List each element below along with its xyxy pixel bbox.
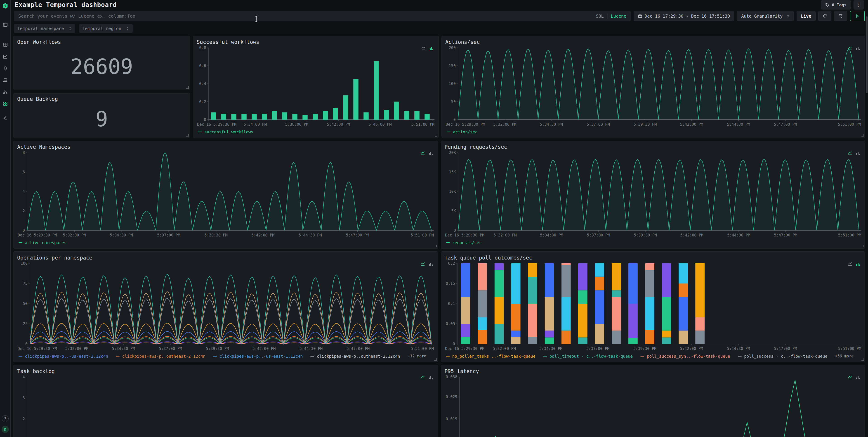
search-input[interactable] [14, 11, 591, 21]
svg-text:5:51:00 PM: 5:51:00 PM [838, 233, 861, 238]
panel-task-backlog: Task backlog 432 [13, 365, 438, 437]
svg-text:5:32:00 PM: 5:32:00 PM [493, 233, 517, 238]
time-range-button[interactable]: Dec 16 17:29:30 - Dec 16 17:51:30 [633, 11, 735, 21]
legend-item[interactable]: clickpipes-aws-p..-us-east-1.12c4n [213, 354, 303, 358]
topology-icon[interactable] [2, 89, 8, 94]
svg-text:0.2: 0.2 [448, 261, 455, 266]
more-menu-button[interactable]: ⋮ [854, 0, 864, 9]
svg-text:5:42:00 PM: 5:42:00 PM [327, 122, 350, 127]
legend-more-link[interactable]: +12 more [408, 354, 426, 358]
legend-item[interactable]: clickpipes-aws-p..outheast-2.12c4n [116, 354, 205, 358]
chart-legend: no_poller_tasks ..-flow-task-queuepoll_t… [445, 352, 862, 360]
legend-item[interactable]: poll_success_syn..-flow-task-queue [640, 354, 730, 358]
legend-item[interactable]: active namespaces [19, 240, 66, 245]
chart-p95-latency[interactable]: 0.0380.0290.019 [445, 375, 862, 437]
svg-text:5:37:00 PM: 5:37:00 PM [586, 346, 609, 351]
line-mode-icon[interactable] [848, 375, 853, 380]
legend-label: poll_timeout · c..-flow-task-queue [550, 354, 633, 358]
svg-text:5:47:00 PM: 5:47:00 PM [346, 233, 369, 238]
svg-text:Dec 16 5:29:30 PM: Dec 16 5:29:30 PM [445, 346, 485, 351]
line-mode-icon[interactable] [848, 262, 853, 266]
legend-item[interactable]: clickpipes-aws-p..outheast-2.12c4n [310, 354, 400, 358]
svg-text:0: 0 [454, 228, 456, 232]
filter-chip-namespace[interactable]: Temporal namespace [14, 24, 75, 33]
filter-button[interactable] [834, 11, 847, 21]
svg-text:5:44:30 PM: 5:44:30 PM [299, 233, 322, 238]
bar-mode-icon[interactable] [429, 46, 434, 51]
line-mode-icon[interactable] [421, 375, 426, 380]
chart-task-queue-polls[interactable]: 0.20.150.10.050Dec 16 5:29:30 PM5:32:00 … [445, 261, 862, 352]
line-mode-icon[interactable] [848, 151, 853, 156]
bar-mode-icon[interactable] [856, 262, 861, 266]
chart-legend: requests/sec [445, 239, 862, 247]
chart-pending-requests[interactable]: 20K15K10K5K0Dec 16 5:29:30 PM5:32:00 PM5… [445, 150, 862, 239]
collapse-panel-icon[interactable] [2, 22, 8, 28]
dashboard-grid: Open Workflows 26609 Queue Backlog 9 Suc… [11, 33, 868, 437]
line-mode-icon[interactable] [421, 46, 427, 51]
legend-item[interactable]: clickpipes-aws-p..-us-east-2.12c4n [19, 354, 108, 358]
chart-successful-workflows[interactable]: 0.80.60.40.20Dec 16 5:29:30 PM5:34:00 PM… [197, 45, 435, 128]
lucene-mode-label[interactable]: Lucene [611, 13, 626, 19]
metrics-icon[interactable] [2, 54, 8, 59]
legend-more-link[interactable]: +56 more [835, 354, 854, 358]
play-icon [855, 13, 860, 19]
svg-text:5:39:30 PM: 5:39:30 PM [206, 346, 229, 351]
svg-text:Dec 16 5:29:30 PM: Dec 16 5:29:30 PM [445, 233, 485, 238]
line-mode-icon[interactable] [848, 46, 853, 51]
panel-title: P95 latency [445, 368, 862, 374]
legend-dash-icon [738, 356, 742, 356]
tags-button[interactable]: 0 Tags [821, 0, 851, 9]
scrollbar[interactable] [866, 16, 868, 93]
bar-mode-icon[interactable] [429, 375, 433, 380]
svg-text:Dec 16 5:29:30 PM: Dec 16 5:29:30 PM [18, 233, 57, 238]
line-mode-icon[interactable] [421, 151, 426, 156]
filter-edit-icon [838, 13, 843, 19]
svg-text:0: 0 [454, 117, 456, 122]
legend-item[interactable]: poll_success · c..-flow-task-queue [738, 354, 827, 358]
bar-mode-icon[interactable] [429, 262, 433, 266]
legend-item[interactable]: no_poller_tasks ..-flow-task-queue [446, 354, 535, 358]
legend-item[interactable]: successful workflows [198, 129, 253, 134]
svg-text:4: 4 [23, 375, 25, 379]
svg-text:0.15: 0.15 [446, 281, 455, 286]
svg-text:5:42:00 PM: 5:42:00 PM [252, 346, 276, 351]
line-mode-icon[interactable] [421, 262, 426, 266]
svg-text:5:38:00 PM: 5:38:00 PM [285, 122, 308, 127]
alerts-bell-icon[interactable] [2, 66, 8, 71]
user-avatar[interactable]: D [2, 426, 9, 433]
hosts-icon[interactable] [2, 77, 8, 83]
dashboards-icon[interactable] [2, 101, 8, 106]
query-mode-toggle[interactable]: SQL | Lucene [591, 13, 631, 19]
refresh-button[interactable] [818, 11, 831, 21]
bar-mode-icon[interactable] [429, 151, 433, 156]
legend-item[interactable]: poll_timeout · c..-flow-task-queue [543, 354, 633, 358]
stat-value: 26609 [17, 45, 186, 88]
panel-queue-backlog: Queue Backlog 9 [13, 93, 190, 138]
run-query-button[interactable] [850, 11, 865, 21]
filter-chip-region[interactable]: Temporal region [79, 24, 133, 33]
chart-legend: active namespaces [17, 239, 434, 247]
svg-text:0.038: 0.038 [445, 375, 457, 379]
tables-icon[interactable] [2, 42, 8, 48]
svg-text:5:44:30 PM: 5:44:30 PM [727, 346, 750, 351]
live-button[interactable]: Live [797, 11, 815, 21]
legend-label: clickpipes-aws-p..-us-east-1.12c4n [219, 354, 303, 358]
help-button[interactable]: ? [2, 415, 8, 422]
legend-item[interactable]: action/sec [447, 129, 477, 134]
legend-dash-icon [213, 356, 217, 356]
bar-mode-icon[interactable] [856, 151, 861, 156]
svg-text:50: 50 [451, 99, 456, 104]
chart-operations-namespace[interactable]: 1007550250Dec 16 5:29:30 PM5:32:00 PM5:3… [17, 261, 434, 352]
bar-mode-icon[interactable] [856, 46, 861, 51]
settings-gear-icon[interactable] [2, 115, 8, 121]
app-logo-icon[interactable] [2, 3, 8, 10]
chart-actions-sec[interactable]: 200150100500Dec 16 5:29:30 PM5:32:00 PM5… [445, 45, 862, 128]
chart-task-backlog[interactable]: 432 [17, 375, 434, 437]
chart-active-namespaces[interactable]: 86420Dec 16 5:29:30 PM5:32:00 PM5:34:30 … [17, 150, 434, 239]
bar-mode-icon[interactable] [856, 375, 861, 380]
panel-pending-requests: Pending requests/sec 20K15K10K5K0Dec 16 … [441, 141, 866, 249]
granularity-select[interactable]: Auto Granularity [737, 11, 794, 21]
legend-item[interactable]: requests/sec [446, 240, 482, 245]
sql-mode-label[interactable]: SQL [596, 13, 603, 19]
toolbar: SQL | Lucene Dec 16 17:29:30 - Dec 16 17… [11, 9, 868, 21]
